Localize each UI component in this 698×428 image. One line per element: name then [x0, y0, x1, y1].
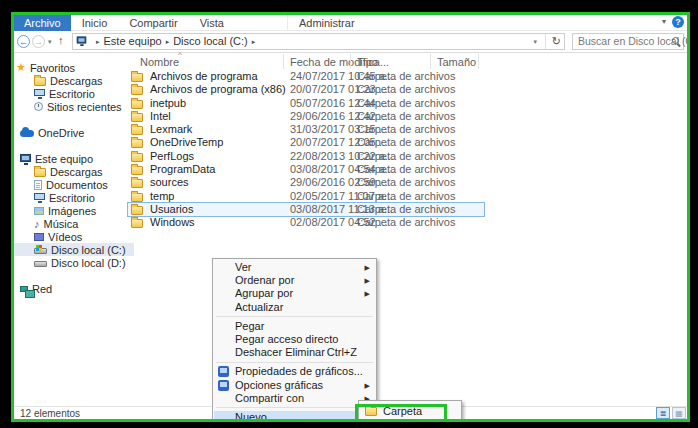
- forward-button[interactable]: →: [32, 35, 45, 48]
- computer-icon: [20, 154, 31, 162]
- file-row-usuarios-selected[interactable]: Usuarios 03/08/2017 11:13 a... Carpeta d…: [128, 203, 484, 216]
- file-row[interactable]: Windows 02/08/2017 04:52 ... Carpeta de …: [128, 216, 684, 229]
- column-header-tamano[interactable]: Tamaño: [437, 56, 476, 68]
- navigation-bar: ← → ▾ ↑ ▸Este equipo▸Disco local (C:)▸ ▾…: [14, 31, 687, 53]
- sidebar-item-imagenes[interactable]: Imágenes: [14, 204, 134, 217]
- address-dropdown-icon[interactable]: ▾: [533, 38, 537, 46]
- file-row[interactable]: temp 02/05/2017 11:07 a... Carpeta de ar…: [128, 190, 684, 203]
- history-dropdown-icon[interactable]: ▾: [48, 38, 52, 46]
- menu-item-pegar-acceso-directo[interactable]: Pegar acceso directo: [214, 333, 375, 346]
- menu-item-propiedades-de-graficos[interactable]: Propiedades de gráficos...: [214, 365, 375, 378]
- folder-icon: [131, 219, 143, 228]
- search-icon[interactable]: [672, 37, 679, 44]
- sidebar-item-musica[interactable]: ♪ Música: [14, 217, 134, 230]
- folder-icon: [131, 139, 143, 148]
- sidebar-item-escritorio[interactable]: Escritorio: [14, 191, 134, 204]
- monitor-icon: [34, 193, 45, 200]
- sidebar-item-disco-local-c[interactable]: Disco local (C:): [14, 243, 134, 256]
- this-pc-icon: [77, 37, 86, 44]
- star-icon: ★: [16, 62, 26, 73]
- column-divider[interactable]: [350, 54, 351, 69]
- file-row[interactable]: inetpub 05/07/2016 12:44 ... Carpeta de …: [128, 97, 684, 110]
- submenu-arrow-icon: ▶: [365, 261, 370, 274]
- sidebar-item-escritorio-fav[interactable]: Escritorio: [14, 87, 134, 100]
- sidebar-gap: [14, 139, 134, 152]
- file-row[interactable]: Archivos de programa 24/07/2017 10:45 a.…: [128, 70, 684, 83]
- submenu-arrow-icon: ▶: [365, 379, 370, 392]
- tab-vista[interactable]: Vista: [189, 15, 235, 31]
- sidebar-gap: [14, 113, 134, 126]
- folder-icon: [131, 193, 143, 202]
- up-button[interactable]: ↑: [58, 34, 64, 46]
- menu-item-pegar[interactable]: Pegar: [214, 320, 375, 333]
- folder-icon: [131, 126, 143, 135]
- folder-icon: [34, 168, 46, 177]
- file-row[interactable]: ProgramData 03/08/2017 04:54 a... Carpet…: [128, 163, 684, 176]
- folder-icon: [131, 86, 143, 95]
- address-bar[interactable]: ▸Este equipo▸Disco local (C:)▸ ▾ ↻: [72, 33, 565, 50]
- large-icons-view-button[interactable]: ▦: [672, 407, 686, 419]
- submenu-item-carpeta[interactable]: Carpeta: [359, 405, 461, 418]
- folder-icon: [131, 73, 143, 82]
- monitor-icon: [34, 89, 45, 96]
- menu-item-actualizar[interactable]: Actualizar: [214, 301, 375, 314]
- ribbon-collapse-icon[interactable]: ▾: [662, 16, 666, 28]
- tab-administrar[interactable]: Administrar: [287, 15, 366, 31]
- menu-item-deshacer-eliminar[interactable]: Deshacer Eliminar Ctrl+Z: [214, 346, 375, 359]
- tab-archivo[interactable]: Archivo: [14, 15, 71, 31]
- sidebar-item-videos[interactable]: Vídeos: [14, 230, 134, 243]
- back-button[interactable]: ←: [17, 35, 30, 48]
- sidebar-item-onedrive[interactable]: OneDrive: [14, 126, 134, 139]
- file-row[interactable]: PerfLogs 22/08/2013 10:22 a... Carpeta d…: [128, 150, 684, 163]
- menu-item-ver[interactable]: Ver ▶: [214, 261, 375, 274]
- refresh-icon[interactable]: ↻: [545, 34, 561, 49]
- drive-c-icon: [34, 248, 47, 254]
- sidebar-item-este-equipo[interactable]: Este equipo: [14, 152, 134, 165]
- nuevo-submenu: Carpeta: [358, 400, 462, 422]
- search-input[interactable]: Buscar en Disco local (C:): [572, 33, 684, 50]
- file-row[interactable]: Archivos de programa (x86) 20/07/2017 01…: [128, 83, 684, 96]
- column-header-tipo[interactable]: Tipo: [357, 56, 378, 68]
- sidebar-item-sitios-recientes[interactable]: Sitios recientes: [14, 100, 134, 113]
- menu-item-nuevo[interactable]: Nuevo ▶: [214, 411, 375, 422]
- details-view-button[interactable]: ≣: [656, 407, 670, 419]
- sidebar-item-favoritos[interactable]: ★ Favoritos: [14, 61, 134, 74]
- breadcrumb-separator-icon: ▸: [162, 38, 174, 45]
- file-row[interactable]: Lexmark 31/03/2017 03:15 ... Carpeta de …: [128, 123, 684, 136]
- file-row[interactable]: sources 29/06/2016 02:59 ... Carpeta de …: [128, 176, 684, 189]
- tab-inicio[interactable]: Inicio: [71, 15, 119, 31]
- file-row[interactable]: OneDriveTemp 20/07/2017 12:05 ... Carpet…: [128, 136, 684, 149]
- sidebar-item-descargas[interactable]: Descargas: [14, 165, 134, 178]
- file-rows: Archivos de programa 24/07/2017 10:45 a.…: [128, 70, 687, 230]
- sidebar-item-red[interactable]: Red: [14, 282, 134, 295]
- column-divider[interactable]: [283, 54, 284, 69]
- tab-compartir[interactable]: Compartir: [118, 15, 188, 31]
- breadcrumb-separator-icon: ▸: [248, 38, 260, 45]
- graphics-icon: [218, 380, 229, 391]
- sidebar-item-documentos[interactable]: Documentos: [14, 178, 134, 191]
- folder-icon: [365, 407, 377, 416]
- sidebar-item-descargas-fav[interactable]: Descargas: [14, 74, 134, 87]
- column-divider[interactable]: [430, 54, 431, 69]
- menu-item-agrupar-por[interactable]: Agrupar por ▶: [214, 287, 375, 300]
- folder-icon: [131, 153, 143, 162]
- menu-separator: [216, 362, 373, 363]
- breadcrumb-drive-c[interactable]: Disco local (C:): [173, 35, 248, 47]
- breadcrumb: ▸Este equipo▸Disco local (C:)▸: [92, 35, 259, 48]
- file-row[interactable]: Intel 29/06/2016 12:42 ... Carpeta de ar…: [128, 110, 684, 123]
- menu-item-ordenar-por[interactable]: Ordenar por ▶: [214, 274, 375, 287]
- video-icon: [34, 233, 44, 241]
- menu-item-opciones-graficas[interactable]: Opciones gráficas ▶: [214, 379, 375, 392]
- folder-icon: [34, 77, 46, 86]
- column-header-nombre[interactable]: Nombre: [140, 56, 179, 68]
- drive-icon: [34, 261, 47, 267]
- column-divider[interactable]: [478, 54, 479, 69]
- folder-icon: [131, 179, 143, 188]
- view-toggle-buttons: ≣ ▦: [656, 407, 686, 419]
- folder-icon: [131, 166, 143, 175]
- sidebar-item-disco-local-d[interactable]: Disco local (D:): [14, 256, 134, 269]
- menu-item-compartir-con[interactable]: Compartir con ▶: [214, 392, 375, 405]
- menu-separator: [216, 316, 373, 317]
- help-icon[interactable]: ?: [672, 16, 684, 28]
- breadcrumb-this-pc[interactable]: Este equipo: [104, 35, 162, 47]
